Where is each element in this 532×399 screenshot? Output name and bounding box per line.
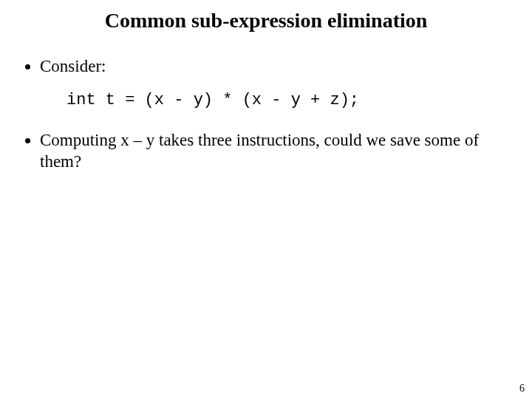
- bullet-consider: Consider:: [40, 56, 510, 78]
- bullet-list: Consider:: [22, 56, 510, 78]
- slide: Common sub-expression elimination Consid…: [0, 0, 532, 399]
- bullet-computing: Computing x – y takes three instructions…: [40, 130, 510, 173]
- code-block: int t = (x - y) * (x - y + z);: [66, 91, 510, 109]
- slide-body: Consider: int t = (x - y) * (x - y + z);…: [22, 56, 510, 185]
- slide-title: Common sub-expression elimination: [0, 9, 532, 33]
- bullet-consider-text: Consider:: [40, 57, 106, 75]
- bullet-computing-text: Computing x – y takes three instructions…: [40, 131, 479, 171]
- bullet-list-2: Computing x – y takes three instructions…: [22, 130, 510, 173]
- page-number: 6: [519, 383, 525, 395]
